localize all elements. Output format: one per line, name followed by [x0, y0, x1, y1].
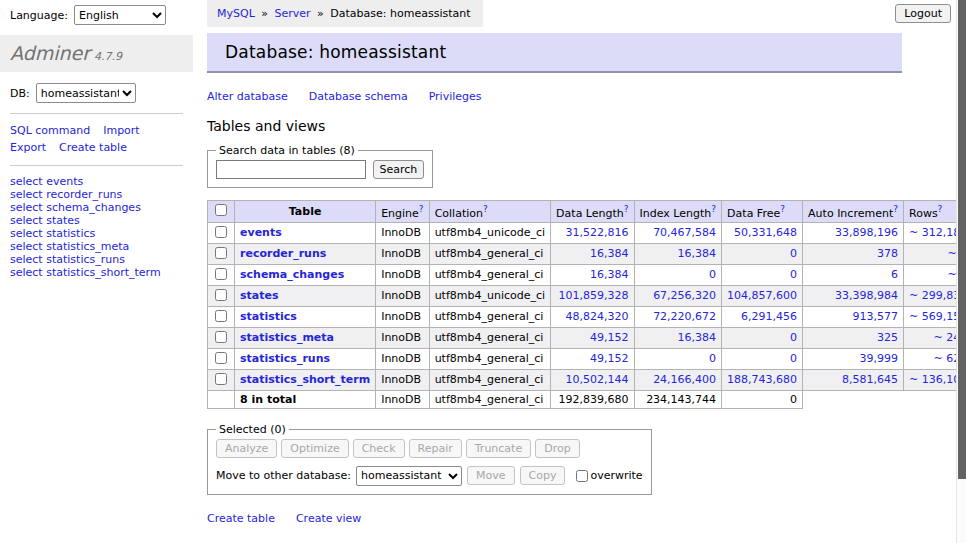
db-selector-row: DB: homeassistant [10, 83, 183, 114]
total-data-length: 192,839,680 [551, 390, 634, 408]
selected-legend: Selected (0) [216, 423, 289, 436]
auto-increment-cell: 39,999 [803, 348, 904, 369]
data-length-cell: 49,152 [551, 327, 634, 348]
move-label: Move to other database: [216, 469, 351, 482]
breadcrumb-link-server[interactable]: Server [275, 7, 311, 20]
optimize-button[interactable]: Optimize [281, 439, 348, 458]
table-link-events[interactable]: events [240, 226, 282, 239]
help-link-data-free[interactable]: ? [780, 204, 785, 214]
auto-increment-cell: 33,398,984 [803, 285, 904, 306]
truncate-button[interactable]: Truncate [466, 439, 531, 458]
sidebar-item-select-statistics-meta[interactable]: select statistics_meta [10, 240, 183, 253]
alter-database-link[interactable]: Alter database [207, 90, 288, 103]
collation-cell: utf8mb4_general_ci [429, 348, 550, 369]
column-header-table: Table [289, 205, 322, 218]
sidebar-item-select-statistics[interactable]: select statistics [10, 227, 183, 240]
logout-button[interactable]: Logout [895, 4, 951, 23]
table-link-schema-changes[interactable]: schema_changes [240, 268, 344, 281]
privileges-link[interactable]: Privileges [429, 90, 482, 103]
table-link-states[interactable]: states [240, 289, 279, 302]
sidebar-item-select-events[interactable]: select events [10, 175, 183, 188]
collation-cell: utf8mb4_unicode_ci [429, 222, 550, 243]
breadcrumb: MySQL » Server » Database: homeassistant [207, 0, 483, 27]
table-row-statistics-short-term: statistics_short_term InnoDB utf8mb4_gen… [208, 369, 966, 390]
adminer-logo-link[interactable]: Adminer [10, 42, 90, 64]
sidebar-link-export[interactable]: Export [10, 141, 46, 154]
row-checkbox[interactable] [215, 268, 227, 280]
search-button[interactable]: Search [373, 160, 425, 179]
index-length-cell: 0 [634, 348, 722, 369]
collation-cell: utf8mb4_unicode_ci [429, 285, 550, 306]
selected-fieldset: Selected (0) AnalyzeOptimizeCheckRepairT… [207, 423, 652, 495]
table-link-statistics[interactable]: statistics [240, 310, 297, 323]
scrollbar-thumb[interactable] [958, 0, 966, 479]
analyze-button[interactable]: Analyze [216, 439, 277, 458]
row-checkbox[interactable] [215, 310, 227, 322]
row-checkbox[interactable] [215, 352, 227, 364]
drop-button[interactable]: Drop [535, 439, 579, 458]
move-database-select[interactable]: homeassistant [356, 466, 462, 486]
data-length-cell: 16,384 [551, 264, 634, 285]
move-button[interactable]: Move [467, 466, 515, 485]
data-free-cell: 0 [722, 264, 803, 285]
sidebar-item-select-schema-changes[interactable]: select schema_changes [10, 201, 183, 214]
table-row-statistics: statistics InnoDB utf8mb4_general_ci 48,… [208, 306, 966, 327]
row-checkbox[interactable] [215, 373, 227, 385]
db-select[interactable]: homeassistant [36, 83, 136, 103]
sidebar: Language: English Adminer4.7.9 DB: homea… [0, 0, 193, 279]
total-collation: utf8mb4_general_ci [429, 390, 550, 408]
data-free-cell: 188,743,680 [722, 369, 803, 390]
auto-increment-cell: 6 [803, 264, 904, 285]
column-header-index-length: Index Length [640, 207, 712, 220]
sidebar-item-select-statistics-short-term[interactable]: select statistics_short_term [10, 266, 183, 279]
tables-and-views-title: Tables and views [207, 118, 917, 134]
help-link-data-length[interactable]: ? [624, 204, 629, 214]
sidebar-item-select-recorder-runs[interactable]: select recorder_runs [10, 188, 183, 201]
sidebar-link-create-table[interactable]: Create table [59, 141, 127, 154]
select-all-checkbox[interactable] [215, 204, 227, 216]
row-checkbox[interactable] [215, 331, 227, 343]
selected-buttons-row: AnalyzeOptimizeCheckRepairTruncateDrop [216, 439, 643, 458]
help-link-rows[interactable]: ? [938, 204, 943, 214]
help-link-index-length[interactable]: ? [711, 204, 716, 214]
row-checkbox[interactable] [215, 289, 227, 301]
auto-increment-cell: 8,581,645 [803, 369, 904, 390]
create-table-link[interactable]: Create table [207, 512, 275, 525]
language-select[interactable]: English [74, 5, 166, 25]
database-schema-link[interactable]: Database schema [309, 90, 408, 103]
app-title-bar: Adminer4.7.9 [0, 35, 193, 72]
data-length-cell: 10,502,144 [551, 369, 634, 390]
db-label: DB: [10, 87, 30, 100]
vertical-scrollbar[interactable] [956, 0, 966, 543]
sidebar-link-sql-command[interactable]: SQL command [10, 124, 90, 137]
table-link-statistics-meta[interactable]: statistics_meta [240, 331, 334, 344]
column-header-collation: Collation [435, 207, 483, 220]
overwrite-checkbox[interactable] [576, 470, 588, 482]
help-link-engine[interactable]: ? [419, 204, 424, 214]
check-button[interactable]: Check [353, 439, 405, 458]
table-link-recorder-runs[interactable]: recorder_runs [240, 247, 326, 260]
index-length-cell: 72,220,672 [634, 306, 722, 327]
table-link-statistics-short-term[interactable]: statistics_short_term [240, 373, 370, 386]
engine-cell: InnoDB [376, 327, 429, 348]
search-input[interactable] [216, 160, 366, 179]
breadcrumb-link-mysql[interactable]: MySQL [217, 7, 255, 20]
help-link-collation[interactable]: ? [483, 204, 488, 214]
repair-button[interactable]: Repair [409, 439, 462, 458]
copy-button[interactable]: Copy [520, 466, 566, 485]
data-free-cell: 6,291,456 [722, 306, 803, 327]
row-checkbox[interactable] [215, 226, 227, 238]
total-index-length: 234,143,744 [634, 390, 722, 408]
row-checkbox[interactable] [215, 247, 227, 259]
engine-cell: InnoDB [376, 369, 429, 390]
sidebar-link-import[interactable]: Import [103, 124, 140, 137]
table-row-statistics-meta: statistics_meta InnoDB utf8mb4_general_c… [208, 327, 966, 348]
index-length-cell: 24,166,400 [634, 369, 722, 390]
create-view-link[interactable]: Create view [296, 512, 361, 525]
sidebar-item-select-statistics-runs[interactable]: select statistics_runs [10, 253, 183, 266]
sidebar-item-select-states[interactable]: select states [10, 214, 183, 227]
help-link-auto-increment[interactable]: ? [893, 204, 898, 214]
column-header-data-free: Data Free [727, 207, 780, 220]
index-length-cell: 16,384 [634, 243, 722, 264]
table-link-statistics-runs[interactable]: statistics_runs [240, 352, 330, 365]
